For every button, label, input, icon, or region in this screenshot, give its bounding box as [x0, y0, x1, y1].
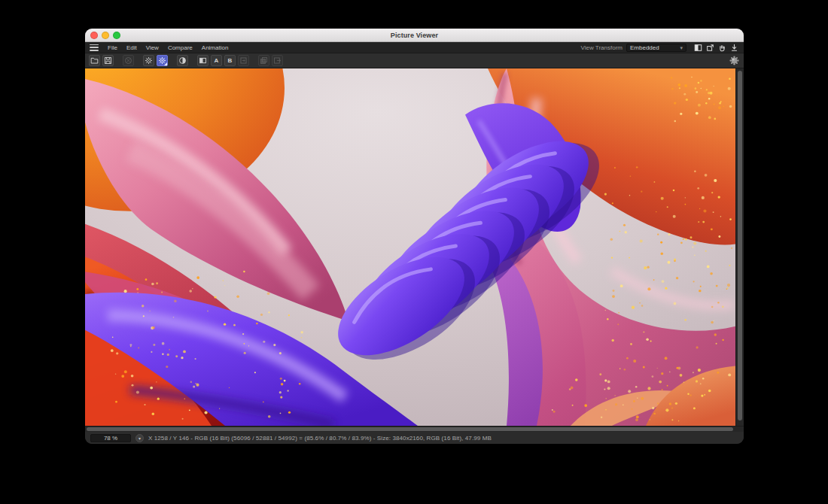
picture-viewer-window: Picture Viewer File Edit View Compare An…: [85, 29, 744, 444]
vertical-scrollbar-thumb[interactable]: [738, 71, 742, 421]
menu-edit[interactable]: Edit: [122, 44, 142, 51]
image-viewport: [85, 68, 744, 426]
menu-compare[interactable]: Compare: [163, 44, 197, 51]
gear-cancel-button[interactable]: [143, 55, 154, 66]
chevron-down-icon: ▾: [139, 436, 141, 441]
render-settings-button[interactable]: [729, 55, 740, 66]
pixel-info-text: X 1258 / Y 146 - RGB (16 Bit) (56096 / 5…: [148, 435, 492, 442]
window-controls: [90, 32, 120, 39]
status-bar: 78 % ▾ X 1258 / Y 146 - RGB (16 Bit) (56…: [85, 432, 744, 444]
zoom-preset-button[interactable]: ▾: [135, 434, 144, 442]
artwork-image: [85, 68, 735, 426]
menu-view[interactable]: View: [142, 44, 163, 51]
contrast-button[interactable]: [177, 55, 188, 66]
view-transform-label: View Transform: [581, 44, 623, 51]
gear-settings-button[interactable]: [157, 55, 168, 66]
horizontal-scrollbar[interactable]: [85, 426, 744, 432]
render-sphere-icon: [729, 56, 739, 65]
copy-layers-icon: [260, 56, 268, 65]
folder-icon: [90, 56, 99, 65]
dock-download-button[interactable]: [729, 43, 739, 52]
download-arrow-icon: [730, 44, 738, 52]
window-title: Picture Viewer: [85, 32, 744, 39]
menu-animation[interactable]: Animation: [197, 44, 233, 51]
toolbar: A B: [85, 53, 744, 68]
version-b-button[interactable]: B: [224, 55, 236, 66]
image-canvas[interactable]: [85, 68, 735, 426]
split-square-icon: [694, 44, 702, 52]
open-external-button[interactable]: [705, 43, 715, 52]
export-arrow-icon: [273, 56, 282, 65]
zoom-window-button[interactable]: [113, 32, 120, 39]
close-window-button[interactable]: [90, 32, 98, 39]
hamburger-menu-icon[interactable]: [90, 44, 99, 51]
view-transform-select[interactable]: Embedded ▾: [626, 44, 686, 52]
export-image-button[interactable]: [272, 55, 283, 66]
hand-icon: [718, 44, 726, 52]
minimize-window-button[interactable]: [102, 32, 109, 39]
gear-icon: [158, 56, 166, 65]
menu-file[interactable]: File: [103, 44, 122, 51]
stop-render-button[interactable]: [123, 55, 134, 66]
menu-bar: File Edit View Compare Animation View Tr…: [85, 42, 744, 53]
gear-x-icon: [145, 56, 153, 65]
chevron-down-icon: ▾: [680, 45, 683, 50]
swap-icon: [239, 56, 248, 65]
view-transform-value: Embedded: [630, 44, 659, 51]
copy-image-button[interactable]: [258, 55, 269, 66]
horizontal-scrollbar-thumb[interactable]: [87, 427, 733, 431]
swap-ab-button[interactable]: [238, 55, 249, 66]
popout-icon: [706, 44, 714, 52]
split-compare-button[interactable]: [693, 43, 703, 52]
pan-button[interactable]: [717, 43, 727, 52]
open-file-button[interactable]: [89, 55, 100, 66]
vertical-scrollbar[interactable]: [735, 68, 744, 426]
contrast-half-circle-icon: [178, 56, 187, 65]
floppy-save-icon: [104, 56, 112, 65]
save-file-button[interactable]: [102, 55, 114, 66]
circle-x-icon: [124, 56, 132, 65]
title-bar[interactable]: Picture Viewer: [85, 29, 744, 42]
compare-images-button[interactable]: [197, 55, 209, 66]
version-a-button[interactable]: A: [211, 55, 222, 66]
compare-split-image-icon: [199, 56, 207, 65]
zoom-level-field[interactable]: 78 %: [90, 434, 131, 442]
